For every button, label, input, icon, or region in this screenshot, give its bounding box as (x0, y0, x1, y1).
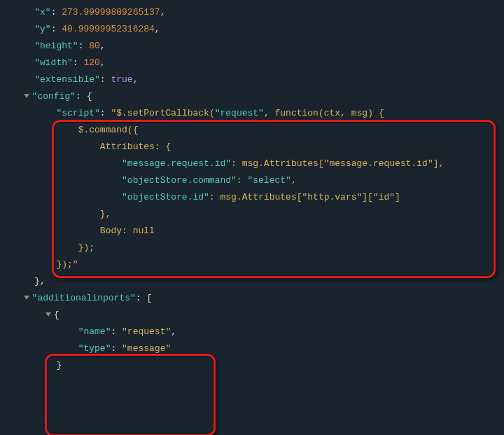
prop-name[interactable]: "name": "request", (0, 324, 504, 340)
prop-x[interactable]: "x": 273.99999809265137, (0, 4, 504, 21)
collapse-toggle-icon[interactable] (24, 296, 29, 300)
key: "script" (56, 108, 99, 118)
key: "width" (34, 57, 73, 68)
key: "type" (78, 343, 111, 354)
collapse-toggle-icon[interactable] (24, 94, 29, 98)
value: "message" (122, 343, 171, 354)
key: "config" (32, 91, 76, 102)
key: "name" (78, 326, 111, 337)
script-request-literal: "request" (215, 108, 264, 118)
value: 120 (83, 57, 99, 68)
script-line: Body: null (0, 223, 504, 240)
script-line: Attributes: { (0, 139, 504, 156)
value: 40.99999952316284 (62, 24, 155, 34)
json-editor[interactable]: "x": 273.99999809265137, "y": 40.9999995… (0, 0, 504, 374)
key: "x" (34, 7, 50, 18)
colon: : (51, 7, 62, 18)
collapse-toggle-icon[interactable] (46, 312, 51, 317)
attr-key: "message.request.id" (122, 158, 231, 169)
key: "extensible" (34, 74, 100, 85)
prop-extensible[interactable]: "extensible": true, (0, 71, 504, 88)
script-line: "objectStore.command": "select", (0, 172, 504, 189)
key: "y" (34, 24, 50, 34)
script-line: $.command({ (0, 122, 504, 139)
prop-width[interactable]: "width": 120, (0, 55, 504, 71)
array-item-close: } (0, 357, 504, 374)
array-item-open[interactable]: { (0, 307, 504, 324)
script-line: }); (0, 240, 504, 256)
key: "additionalinports" (32, 293, 136, 303)
attr-val: "select" (247, 175, 290, 186)
attr-key: "objectStore.id" (122, 192, 209, 202)
script-line: });" (0, 256, 504, 273)
prop-additionalinports[interactable]: "additionalinports": [ (0, 290, 504, 307)
script-line: "message.request.id": msg.Attributes["me… (0, 156, 504, 172)
prop-script[interactable]: "script": "$.setPortCallback("request", … (0, 105, 504, 122)
attr-key: "objectStore.command" (122, 175, 237, 186)
prop-height[interactable]: "height": 80, (0, 38, 504, 55)
value: , function(ctx, msg) { (264, 108, 384, 118)
value: 80 (89, 41, 100, 51)
prop-config[interactable]: "config": { (0, 88, 504, 105)
script-line: "objectStore.id": msg.Attributes["http.v… (0, 189, 504, 206)
value: "$.setPortCallback( (111, 108, 214, 118)
prop-type[interactable]: "type": "message" (0, 340, 504, 357)
value: true (111, 74, 132, 85)
value: "request" (122, 326, 171, 337)
script-line: }, (0, 206, 504, 223)
config-close: }, (0, 273, 504, 290)
prop-y[interactable]: "y": 40.99999952316284, (0, 21, 504, 38)
value: 273.99999809265137 (62, 7, 160, 18)
key: "height" (34, 41, 78, 51)
